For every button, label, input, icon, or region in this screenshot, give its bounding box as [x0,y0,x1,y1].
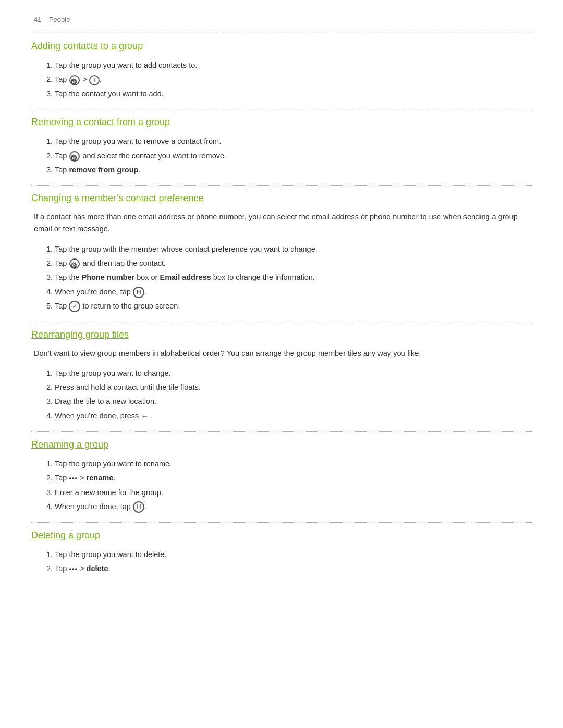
list-item: Tap the group with the member whose cont… [55,243,532,256]
section-title-removing: Removing a contact from a group [31,117,532,128]
steps-list-renaming: Tap the group you want to rename. Tap ••… [31,458,532,514]
back-icon: ← [141,410,149,423]
section-title-rearranging: Rearranging group tiles [31,329,532,340]
page-number: 41 [34,16,41,23]
list-item: Tap the group you want to add contacts t… [55,59,532,72]
steps-list-rearranging: Tap the group you want to change. Press … [31,367,532,423]
gear-icon: ⚙ [69,75,80,85]
save-icon-2: H [133,501,144,513]
section-renaming: Renaming a group Tap the group you want … [31,431,532,514]
list-item: When you’re done, tap H. [55,286,532,299]
list-item: Tap the Phone number box or Email addres… [55,271,532,284]
section-adding-contacts: Adding contacts to a group Tap the group… [31,33,532,101]
steps-list-deleting: Tap the group you want to delete. Tap ••… [31,548,532,576]
section-title-renaming: Renaming a group [31,439,532,450]
section-title-changing: Changing a member’s contact preference [31,193,532,204]
list-item: Tap the group you want to delete. [55,548,532,561]
section-removing-contact: Removing a contact from a group Tap the … [31,109,532,177]
list-item: Drag the tile to a new location. [55,395,532,408]
section-desc-changing: If a contact has more than one email add… [31,211,532,235]
save-icon: H [133,287,144,298]
section-title-deleting: Deleting a group [31,530,532,541]
list-item: Press and hold a contact until the tile … [55,381,532,394]
check-icon: ✓ [69,301,80,312]
list-item: Tap ⚙ and then tap the contact. [55,257,532,270]
gear-icon: ⚙ [69,258,80,269]
section-rearranging: Rearranging group tiles Don’t want to vi… [31,322,532,424]
section-title-adding: Adding contacts to a group [31,41,532,52]
add-icon: + [89,75,100,85]
section-changing-preference: Changing a member’s contact preference I… [31,185,532,313]
list-item: Tap the group you want to remove a conta… [55,135,532,148]
gear-icon: ⚙ [69,151,80,162]
list-item: When you’re done, press ← . [55,410,532,423]
steps-list-adding: Tap the group you want to add contacts t… [31,59,532,101]
dots-icon: ••• [69,473,78,485]
list-item: Tap remove from group. [55,164,532,177]
list-item: When you’re done, tap H. [55,500,532,513]
list-item: Tap ✓ to return to the group screen. [55,300,532,313]
steps-list-changing: Tap the group with the member whose cont… [31,243,532,313]
list-item: Enter a new name for the group. [55,486,532,499]
list-item: Tap the group you want to rename. [55,458,532,471]
list-item: Tap ⚙ and select the contact you want to… [55,150,532,163]
list-item: Tap ⚙ > +. [55,73,532,86]
list-item: Tap ••• > delete. [55,562,532,575]
page-title: People [49,16,70,23]
list-item: Tap the group you want to change. [55,367,532,380]
dots-icon-2: ••• [69,563,78,575]
list-item: Tap the contact you want to add. [55,88,532,101]
page-header: 41 People [31,16,532,23]
list-item: Tap ••• > rename. [55,472,532,485]
steps-list-removing: Tap the group you want to remove a conta… [31,135,532,177]
section-deleting: Deleting a group Tap the group you want … [31,522,532,576]
section-desc-rearranging: Don’t want to view group members in alph… [31,348,532,360]
